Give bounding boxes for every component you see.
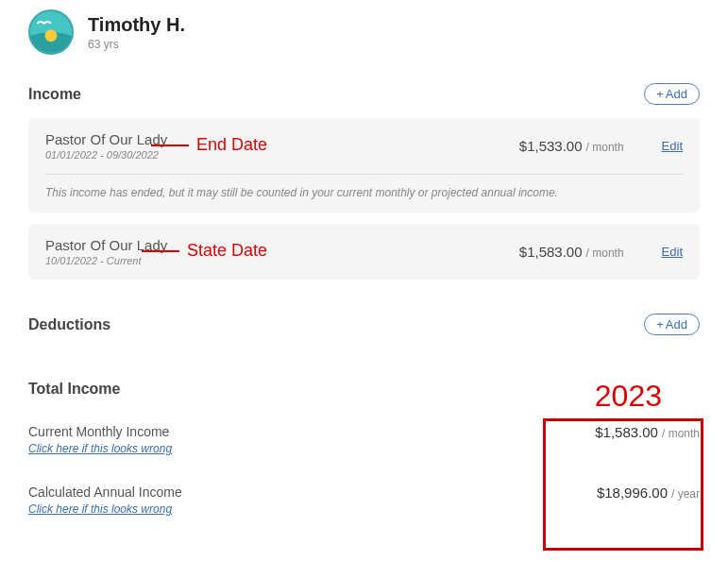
income-dates: 10/01/2022 - Current: [45, 255, 519, 266]
add-label: Add: [666, 87, 687, 101]
annotation-line: [151, 144, 189, 146]
plus-icon: +: [656, 317, 664, 332]
person-header: Timothy H. 63 yrs: [28, 9, 700, 55]
annotation-line: [142, 250, 179, 252]
income-amount: $1,583.00: [519, 244, 583, 260]
edit-income-link[interactable]: Edit: [662, 139, 683, 153]
income-title: Income: [28, 86, 81, 103]
avatar: [28, 9, 74, 55]
income-amount: $1,533.00: [519, 138, 583, 154]
svg-point-1: [45, 29, 58, 42]
looks-wrong-link[interactable]: Click here if this looks wrong: [28, 502, 172, 516]
plus-icon: +: [656, 87, 664, 101]
add-income-button[interactable]: + Add: [644, 83, 700, 105]
income-section-header: Income + Add: [28, 83, 700, 105]
income-item: Pastor Of Our Lady 01/01/2022 - 09/30/20…: [28, 118, 700, 212]
income-item: Pastor Of Our Lady 10/01/2022 - Current …: [28, 224, 700, 280]
edit-income-link[interactable]: Edit: [662, 245, 683, 259]
annotation-year: 2023: [595, 379, 662, 414]
total-label: Calculated Annual Income: [28, 484, 182, 500]
income-ended-note: This income has ended, but it may still …: [45, 174, 683, 199]
income-name: Pastor Of Our Lady: [45, 237, 519, 253]
looks-wrong-link[interactable]: Click here if this looks wrong: [28, 442, 172, 455]
income-period: / month: [586, 141, 624, 154]
person-name: Timothy H.: [88, 14, 185, 36]
person-age: 63 yrs: [88, 38, 185, 51]
deductions-section-header: Deductions + Add: [28, 314, 700, 335]
deductions-title: Deductions: [28, 316, 110, 333]
add-deduction-button[interactable]: + Add: [644, 314, 700, 335]
add-label: Add: [666, 317, 687, 332]
annotation-start-date: State Date: [187, 241, 267, 261]
annotation-box: [543, 418, 703, 551]
income-period: / month: [586, 246, 624, 260]
annotation-end-date: End Date: [196, 135, 267, 155]
income-dates: 01/01/2022 - 09/30/2022: [45, 149, 519, 161]
total-label: Current Monthly Income: [28, 424, 172, 439]
income-name: Pastor Of Our Lady: [45, 131, 519, 147]
